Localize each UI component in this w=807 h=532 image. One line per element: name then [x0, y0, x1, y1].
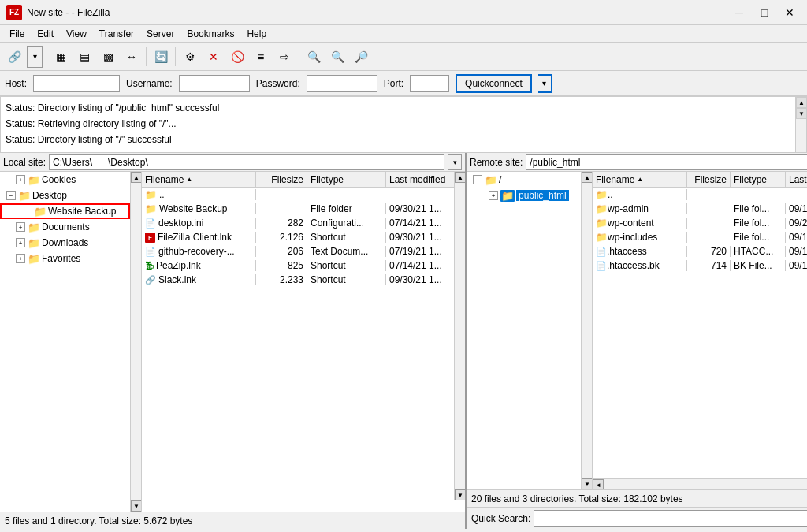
- remote-file-row-wpcontent[interactable]: 📁wp-content File fol... 09/29/21... flcd…: [593, 216, 807, 230]
- local-file-row-filezilla[interactable]: F FileZilla Client.lnk 2.126 Shortcut 09…: [142, 230, 465, 244]
- remote-tree-vscroll[interactable]: ▲ ▼: [581, 172, 592, 489]
- tree-item-downloads[interactable]: + 📁 Downloads: [0, 235, 130, 251]
- toolbar-filter-btn[interactable]: 🔍: [303, 46, 325, 68]
- local-path-input[interactable]: [49, 154, 444, 170]
- local-tree-vscroll[interactable]: ▲ ▼: [130, 172, 141, 512]
- remote-tree-scroll-down[interactable]: ▼: [582, 478, 593, 489]
- toolbar-sync-btn[interactable]: ↔: [121, 46, 143, 68]
- remote-tree-pane: − 📁 / + 📁 public_html ▲ ▼: [467, 172, 593, 489]
- quickconnect-dropdown[interactable]: ▾: [538, 74, 552, 93]
- toolbar-cancel-btn[interactable]: 🚫: [226, 46, 248, 68]
- local-file-row-desktopini[interactable]: 📄desktop.ini 282 Configurati... 07/14/21…: [142, 216, 465, 230]
- minimize-button[interactable]: ─: [728, 5, 750, 20]
- local-col-filesize[interactable]: Filesize: [256, 172, 307, 187]
- local-path-dropdown[interactable]: ▾: [448, 154, 462, 170]
- remote-col-lastmod[interactable]: Last mod...: [786, 172, 807, 187]
- password-input[interactable]: [307, 75, 377, 92]
- toolbar-siteman-btn[interactable]: 🔗: [3, 46, 25, 68]
- menu-file[interactable]: File: [3, 27, 31, 41]
- local-site-label: Local site:: [3, 157, 46, 168]
- local-col-lastmod[interactable]: Last modified: [386, 172, 465, 187]
- tree-item-favorites[interactable]: + 📁 Favorites: [0, 251, 130, 266]
- menu-bookmarks[interactable]: Bookmarks: [180, 27, 240, 41]
- local-file-row-peazip[interactable]: 🗜PeaZip.lnk 825 Shortcut 07/14/21 1...: [142, 259, 465, 273]
- status-scrollbar[interactable]: ▲ ▼: [795, 97, 806, 152]
- tree-item-publichtml[interactable]: + 📁 public_html: [467, 188, 581, 203]
- text-icon-github: 📄: [145, 247, 156, 257]
- local-col-filename[interactable]: Filename▲: [142, 172, 256, 187]
- tree-scroll-up[interactable]: ▲: [131, 172, 142, 183]
- host-input[interactable]: [33, 75, 120, 92]
- app-logo: FZ: [6, 5, 22, 20]
- quick-search-input[interactable]: [534, 510, 807, 527]
- tree-item-desktop[interactable]: − 📁 Desktop: [0, 188, 130, 203]
- remote-file-hscroll[interactable]: ◄ ►: [593, 478, 807, 489]
- local-file-scroll-down[interactable]: ▼: [455, 489, 465, 500]
- menu-edit[interactable]: Edit: [31, 27, 60, 41]
- titlebar-controls: ─ □ ✕: [728, 5, 801, 20]
- scroll-down-arrow[interactable]: ▼: [796, 108, 807, 119]
- close-button[interactable]: ✕: [779, 5, 801, 20]
- maximize-button[interactable]: □: [753, 5, 775, 20]
- tree-toggle-favorites[interactable]: +: [16, 254, 25, 263]
- toolbar-settings-btn[interactable]: ⚙: [179, 46, 201, 68]
- toolbar-remoteview-btn[interactable]: ▩: [97, 46, 119, 68]
- toolbar-localview-btn[interactable]: ▤: [73, 46, 95, 68]
- tree-item-root[interactable]: − 📁 /: [467, 172, 581, 188]
- local-file-vscroll[interactable]: ▲ ▼: [454, 172, 465, 500]
- toolbar-siteman-dropdown[interactable]: ▾: [27, 46, 43, 68]
- tree-toggle-publichtml[interactable]: +: [489, 191, 498, 200]
- remote-tree-scroll-up[interactable]: ▲: [582, 172, 593, 183]
- tree-toggle-cookies[interactable]: +: [16, 175, 25, 184]
- toolbar-sep-1: [46, 47, 46, 66]
- toolbar-sep-2: [146, 47, 147, 66]
- menu-server[interactable]: Server: [140, 27, 180, 41]
- menu-help[interactable]: Help: [240, 27, 273, 41]
- tree-toggle-downloads[interactable]: +: [16, 238, 25, 247]
- tree-item-cookies[interactable]: + 📁 Cookies: [0, 172, 130, 188]
- menu-transfer[interactable]: Transfer: [93, 27, 140, 41]
- tree-toggle-root[interactable]: −: [473, 175, 482, 184]
- quickconnect-button[interactable]: Quickconnect: [456, 74, 532, 93]
- local-file-scroll-up[interactable]: ▲: [455, 172, 465, 183]
- local-file-row-parent[interactable]: 📁..: [142, 188, 465, 202]
- local-col-filetype[interactable]: Filetype: [307, 172, 386, 187]
- fz-app-icon: F: [145, 233, 155, 243]
- tree-scroll-down[interactable]: ▼: [131, 500, 142, 512]
- toolbar-reconnect-btn[interactable]: 🔄: [150, 46, 172, 68]
- toolbar-transfer-btn[interactable]: ⇨: [273, 46, 296, 68]
- remote-file-row-htaccessbk[interactable]: 📄.htaccess.bk 714 BK File... 09/14/21...…: [593, 259, 807, 273]
- local-file-list: 📁.. 📁Website Backup File folder 09/30/21…: [142, 188, 465, 287]
- tree-item-documents[interactable]: + 📁 Documents: [0, 219, 130, 235]
- quick-search-bar: Quick Search: ▾ ✕: [467, 507, 807, 529]
- toolbar-disconnect-btn[interactable]: ✕: [203, 46, 225, 68]
- toolbar-localfilter-btn[interactable]: ▦: [50, 46, 72, 68]
- toolbar-search-btn[interactable]: 🔎: [350, 46, 372, 68]
- status-line-3: Status: Directory listing of "/" success…: [6, 132, 801, 147]
- toolbar: 🔗 ▾ ▦ ▤ ▩ ↔ 🔄 ⚙ ✕ 🚫 ≡ ⇨ 🔍 🔍 🔎: [0, 43, 807, 71]
- remote-path-input[interactable]: [526, 154, 807, 170]
- username-input[interactable]: [179, 75, 250, 92]
- remote-file-hscroll-left[interactable]: ◄: [593, 479, 604, 489]
- menu-view[interactable]: View: [60, 27, 93, 41]
- remote-file-row-parent[interactable]: 📁..: [593, 188, 807, 202]
- tree-label-desktop: Desktop: [32, 190, 67, 201]
- local-file-row-slack[interactable]: 🔗Slack.lnk 2.233 Shortcut 09/30/21 1...: [142, 273, 465, 287]
- local-file-row-github[interactable]: 📄github-recovery-... 206 Text Docum... 0…: [142, 244, 465, 259]
- remote-col-filename[interactable]: Filename▲: [593, 172, 687, 187]
- local-file-row-websitebackup[interactable]: 📁Website Backup File folder 09/30/21 1..…: [142, 202, 465, 216]
- tree-toggle-desktop[interactable]: −: [6, 191, 16, 200]
- tree-toggle-docs[interactable]: +: [16, 222, 25, 232]
- toolbar-queue-btn[interactable]: ≡: [250, 46, 272, 68]
- port-input[interactable]: [410, 75, 449, 92]
- remote-file-row-wpadmin[interactable]: 📁wp-admin File fol... 09/14/21... flcdmp…: [593, 202, 807, 216]
- tree-item-websitebackup[interactable]: 📁 Website Backup: [0, 203, 130, 219]
- remote-file-row-wpincludes[interactable]: 📁wp-includes File fol... 09/14/21... flc…: [593, 230, 807, 244]
- toolbar-compare-btn[interactable]: 🔍: [326, 46, 348, 68]
- connection-bar: Host: Username: Password: Port: Quickcon…: [0, 71, 807, 96]
- local-panel: Local site: ▾ ▲ ▼ + 📁 Cookies: [0, 153, 467, 529]
- remote-col-filesize[interactable]: Filesize: [687, 172, 731, 187]
- scroll-up-arrow[interactable]: ▲: [796, 97, 807, 108]
- remote-col-filetype[interactable]: Filetype: [731, 172, 786, 187]
- remote-file-row-htaccess[interactable]: 📄.htaccess 720 HTACC... 09/14/21... adfr…: [593, 244, 807, 259]
